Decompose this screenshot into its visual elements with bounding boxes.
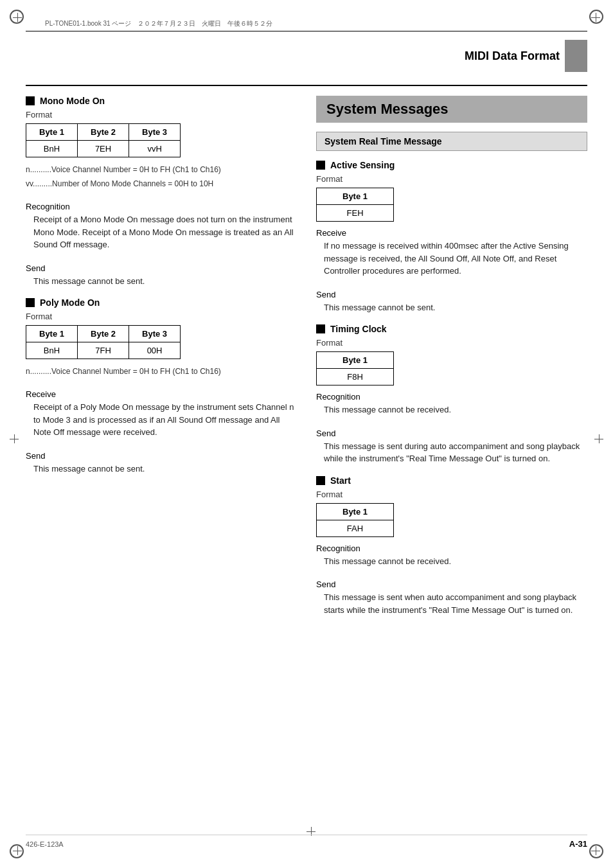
mono-format-label: Format — [26, 110, 297, 120]
mono-recognition-label: Recognition — [26, 202, 297, 211]
mono-cell-3: vvH — [129, 141, 181, 157]
poly-format-table: Byte 1 Byte 2 Byte 3 BnH 7FH 00H — [26, 325, 181, 359]
poly-cell-2: 7FH — [78, 342, 129, 359]
table-row: F8H — [317, 369, 394, 385]
mono-table-header-3: Byte 3 — [129, 124, 181, 141]
timing-clock-heading: Timing Clock — [316, 324, 587, 334]
mid-crosshair-left — [10, 434, 19, 443]
poly-send-label: Send — [26, 451, 297, 461]
poly-receive-text: Receipt of a Poly Mode On message by the… — [26, 401, 297, 439]
system-messages-box: System Messages — [316, 96, 587, 123]
two-columns: Mono Mode On Format Byte 1 Byte 2 Byte 3… — [26, 96, 587, 626]
table-row: FAH — [317, 520, 394, 536]
active-sensing-icon — [316, 161, 325, 170]
active-sensing-section: Active Sensing Format Byte 1 FEH — [316, 160, 587, 314]
section-divider — [26, 85, 587, 86]
poly-format-label: Format — [26, 312, 297, 321]
page: PL-TONE01-1.book 31 ページ ２０２年７月２３日 火曜日 午後… — [0, 0, 613, 868]
table-row: BnH 7FH 00H — [26, 342, 181, 359]
page-footer: 426-E-123A A-31 — [26, 835, 587, 849]
timing-clock-section: Timing Clock Format Byte 1 F8H Re — [316, 324, 587, 465]
mono-table-header-1: Byte 1 — [26, 124, 78, 141]
start-icon — [316, 476, 325, 485]
start-heading: Start — [316, 475, 587, 486]
page-title-tab — [565, 40, 587, 72]
mono-format-table: Byte 1 Byte 2 Byte 3 BnH 7EH vvH — [26, 123, 181, 157]
poly-receive-label: Receive — [26, 389, 297, 399]
poly-table-header-2: Byte 2 — [78, 326, 129, 342]
corner-mark-top-right — [584, 10, 603, 29]
right-column: System Messages System Real Time Message… — [316, 96, 587, 626]
poly-mode-on-heading: Poly Mode On — [26, 297, 297, 308]
footer-page: A-31 — [569, 839, 587, 849]
start-cell-1: FAH — [317, 520, 394, 536]
poly-table-header-1: Byte 1 — [26, 326, 78, 342]
active-cell-1: FEH — [317, 205, 394, 222]
active-table-header-1: Byte 1 — [317, 188, 394, 205]
page-header: MIDI Data Format — [26, 37, 587, 72]
header-file-info: PL-TONE01-1.book 31 ページ ２０２年７月２３日 火曜日 午後… — [26, 19, 587, 31]
active-sensing-title: Active Sensing — [330, 160, 395, 170]
timing-recognition-label: Recognition — [316, 392, 587, 402]
start-table: Byte 1 FAH — [316, 503, 394, 537]
poly-mode-on-title: Poly Mode On — [40, 297, 100, 308]
mono-cell-2: 7EH — [78, 141, 129, 157]
mono-mode-on-title: Mono Mode On — [40, 96, 105, 106]
mono-send-label: Send — [26, 263, 297, 273]
page-title: MIDI Data Format — [465, 49, 565, 63]
timing-send-label: Send — [316, 429, 587, 438]
start-table-header-1: Byte 1 — [317, 503, 394, 520]
mono-note-2: vv.........Number of Mono Mode Channels … — [26, 178, 297, 190]
footer-code: 426-E-123A — [26, 840, 64, 848]
active-receive-text: If no message is received within 400msec… — [316, 240, 587, 278]
active-format-label: Format — [316, 174, 587, 184]
poly-mode-on-section: Poly Mode On Format Byte 1 Byte 2 Byte 3… — [26, 297, 297, 475]
active-sensing-table: Byte 1 FEH — [316, 188, 394, 222]
timing-send-text: This message is sent during auto accompa… — [316, 440, 587, 465]
timing-cell-1: F8H — [317, 369, 394, 385]
system-realtime-box: System Real Time Message — [316, 132, 587, 151]
table-row: FEH — [317, 205, 394, 222]
system-messages-title: System Messages — [326, 101, 449, 117]
corner-mark-top-left — [10, 10, 29, 29]
poly-cell-1: BnH — [26, 342, 78, 359]
start-recognition-label: Recognition — [316, 544, 587, 553]
timing-clock-table: Byte 1 F8H — [316, 351, 394, 385]
start-recognition-text: This message cannot be received. — [316, 555, 587, 568]
poly-note-1: n..........Voice Channel Number = 0H to … — [26, 366, 297, 377]
poly-send-text: This message cannot be sent. — [26, 463, 297, 475]
timing-clock-icon — [316, 324, 325, 333]
timing-clock-title: Timing Clock — [330, 324, 387, 334]
poly-table-header-3: Byte 3 — [129, 326, 181, 342]
active-send-text: This message cannot be sent. — [316, 301, 587, 314]
table-row: BnH 7EH vvH — [26, 141, 181, 157]
mono-send-text: This message cannot be sent. — [26, 275, 297, 288]
mono-note-1: n..........Voice Channel Number = 0H to … — [26, 164, 297, 175]
timing-table-header-1: Byte 1 — [317, 352, 394, 369]
mono-mode-on-section: Mono Mode On Format Byte 1 Byte 2 Byte 3… — [26, 96, 297, 287]
start-send-label: Send — [316, 580, 587, 589]
page-title-block: MIDI Data Format — [465, 40, 587, 72]
start-send-text: This message is sent when auto accompani… — [316, 591, 587, 616]
start-section: Start Format Byte 1 FAH Recogniti — [316, 475, 587, 617]
mid-crosshair-right — [594, 434, 603, 443]
system-realtime-title: System Real Time Message — [324, 136, 442, 146]
timing-recognition-text: This message cannot be received. — [316, 403, 587, 416]
active-sensing-heading: Active Sensing — [316, 160, 587, 170]
timing-format-label: Format — [316, 338, 587, 348]
start-format-label: Format — [316, 490, 587, 499]
mono-cell-1: BnH — [26, 141, 78, 157]
poly-cell-3: 00H — [129, 342, 181, 359]
mono-table-header-2: Byte 2 — [78, 124, 129, 141]
start-title: Start — [330, 475, 351, 486]
mono-mode-on-heading: Mono Mode On — [26, 96, 297, 106]
active-receive-label: Receive — [316, 228, 587, 238]
mono-mode-on-icon — [26, 96, 35, 105]
active-send-label: Send — [316, 290, 587, 299]
mono-recognition-text: Receipt of a Mono Mode On message does n… — [26, 213, 297, 251]
left-column: Mono Mode On Format Byte 1 Byte 2 Byte 3… — [26, 96, 297, 626]
poly-mode-on-icon — [26, 298, 35, 307]
